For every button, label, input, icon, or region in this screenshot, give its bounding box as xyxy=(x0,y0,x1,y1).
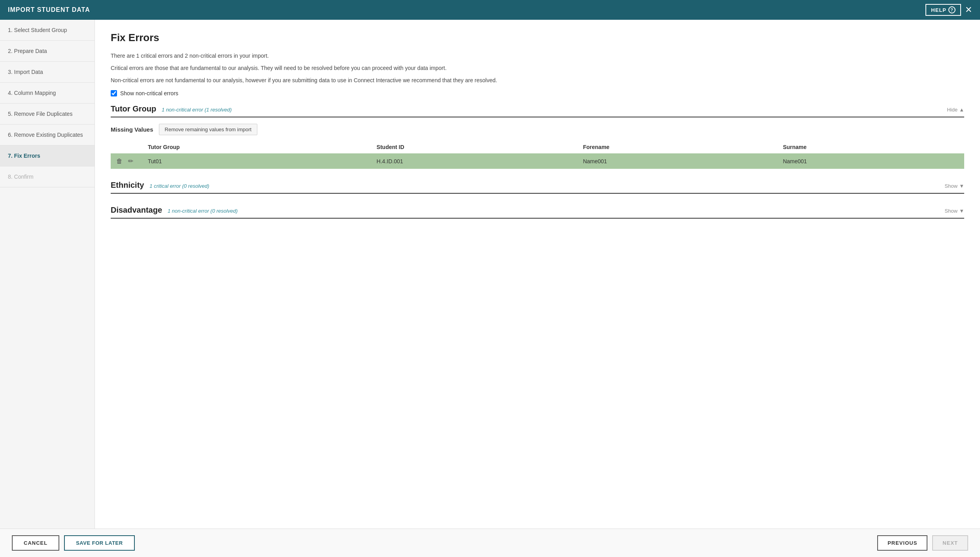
tutor-group-title: Tutor Group xyxy=(111,104,156,113)
page-title: Fix Errors xyxy=(111,32,964,44)
tutor-group-subtitle: 1 non-critical error (1 resolved) xyxy=(162,107,232,113)
sidebar-item-step1[interactable]: 1. Select Student Group xyxy=(0,20,94,41)
ethnicity-title: Ethnicity xyxy=(111,181,144,189)
sidebar-item-step3[interactable]: 3. Import Data xyxy=(0,62,94,83)
col-actions xyxy=(111,141,142,153)
show-noncritical-checkbox[interactable] xyxy=(111,90,117,96)
modal-header: IMPORT STUDENT DATA HELP ? ✕ xyxy=(0,0,980,20)
ethnicity-section: Ethnicity 1 critical error (0 resolved) … xyxy=(111,181,964,194)
table-body: 🗑 ✏ Tut01 H.4.ID.001 Name001 Name001 xyxy=(111,153,964,169)
col-forename: Forename xyxy=(578,141,778,153)
save-for-later-button[interactable]: SAVE FOR LATER xyxy=(64,535,134,551)
ethnicity-header: Ethnicity 1 critical error (0 resolved) … xyxy=(111,181,964,194)
edit-row-button[interactable]: ✏ xyxy=(128,157,133,165)
footer-right: PREVIOUS NEXT xyxy=(877,535,968,551)
cancel-button[interactable]: CANCEL xyxy=(12,535,59,551)
sidebar-item-step4[interactable]: 4. Column Mapping xyxy=(0,83,94,104)
help-icon: ? xyxy=(948,6,955,13)
help-button[interactable]: HELP ? xyxy=(925,4,961,16)
help-label: HELP xyxy=(931,7,946,13)
sidebar-item-step2[interactable]: 2. Prepare Data xyxy=(0,41,94,62)
col-student-id: Student ID xyxy=(371,141,578,153)
sidebar: 1. Select Student Group 2. Prepare Data … xyxy=(0,20,95,529)
cell-surname: Name001 xyxy=(777,153,964,169)
table-header: Tutor Group Student ID Forename Surname xyxy=(111,141,964,153)
missing-values-row: Missing Values Remove remaining values f… xyxy=(111,124,964,135)
sidebar-item-step5[interactable]: 5. Remove File Duplicates xyxy=(0,104,94,125)
disadvantage-header: Disadvantage 1 non-critical error (0 res… xyxy=(111,206,964,219)
disadvantage-toggle[interactable]: Show ▼ xyxy=(945,208,964,214)
main-content: Fix Errors There are 1 critical errors a… xyxy=(95,20,980,529)
show-noncritical-row: Show non-critical errors xyxy=(111,90,964,96)
previous-button[interactable]: PREVIOUS xyxy=(877,535,927,551)
modal-body: 1. Select Student Group 2. Prepare Data … xyxy=(0,20,980,529)
row-actions: 🗑 ✏ xyxy=(116,157,137,165)
tutor-group-section: Tutor Group 1 non-critical error (1 reso… xyxy=(111,104,964,169)
tutor-group-toggle[interactable]: Hide ▲ xyxy=(947,107,964,113)
ethnicity-toggle[interactable]: Show ▼ xyxy=(945,183,964,189)
ethnicity-subtitle: 1 critical error (0 resolved) xyxy=(149,183,209,189)
table-row: 🗑 ✏ Tut01 H.4.ID.001 Name001 Name001 xyxy=(111,153,964,169)
cell-student-id: H.4.ID.001 xyxy=(371,153,578,169)
tutor-group-header: Tutor Group 1 non-critical error (1 reso… xyxy=(111,104,964,117)
header-actions: HELP ? ✕ xyxy=(925,4,972,16)
cell-forename: Name001 xyxy=(578,153,778,169)
description-critical: There are 1 critical errors and 2 non-cr… xyxy=(111,52,964,60)
delete-row-button[interactable]: 🗑 xyxy=(116,158,123,165)
remove-remaining-btn[interactable]: Remove remaining values from import xyxy=(159,124,258,135)
close-button[interactable]: ✕ xyxy=(965,6,972,14)
cell-tutor-group: Tut01 xyxy=(142,153,371,169)
sidebar-item-step8[interactable]: 8. Confirm xyxy=(0,166,94,187)
show-noncritical-label: Show non-critical errors xyxy=(120,90,178,96)
import-student-data-modal: IMPORT STUDENT DATA HELP ? ✕ 1. Select S… xyxy=(0,0,980,557)
next-button: NEXT xyxy=(932,535,968,551)
col-tutor-group: Tutor Group xyxy=(142,141,371,153)
col-surname: Surname xyxy=(777,141,964,153)
disadvantage-section: Disadvantage 1 non-critical error (0 res… xyxy=(111,206,964,219)
description-critical-detail: Critical errors are those that are funda… xyxy=(111,64,964,72)
footer-left: CANCEL SAVE FOR LATER xyxy=(12,535,135,551)
modal-footer: CANCEL SAVE FOR LATER PREVIOUS NEXT xyxy=(0,529,980,557)
modal-title: IMPORT STUDENT DATA xyxy=(8,6,90,13)
disadvantage-title: Disadvantage xyxy=(111,206,162,214)
description-noncritical-detail: Non-critical errors are not fundamental … xyxy=(111,76,964,85)
sidebar-item-step6[interactable]: 6. Remove Existing Duplicates xyxy=(0,125,94,145)
disadvantage-subtitle: 1 non-critical error (0 resolved) xyxy=(168,208,238,214)
row-actions-cell: 🗑 ✏ xyxy=(111,153,142,169)
tutor-group-table: Tutor Group Student ID Forename Surname … xyxy=(111,141,964,169)
sidebar-item-step7[interactable]: 7. Fix Errors xyxy=(0,145,94,166)
missing-values-label: Missing Values xyxy=(111,126,153,133)
